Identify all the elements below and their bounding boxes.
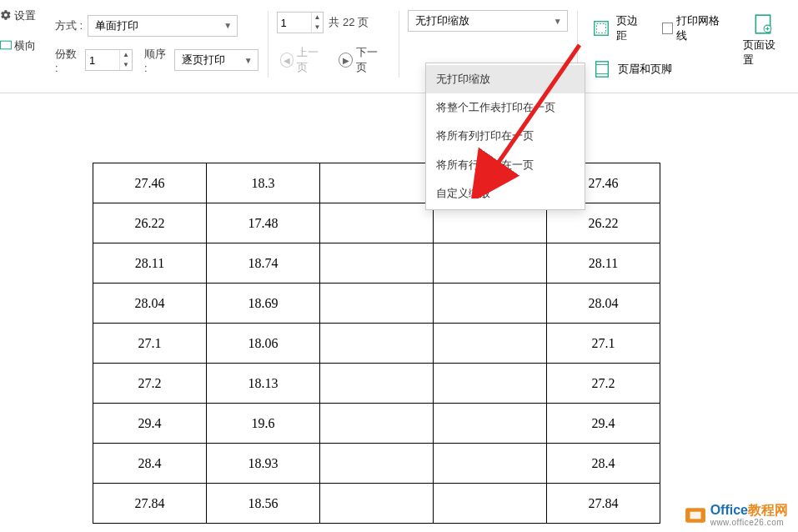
table-row: 28.418.9328.4 (93, 444, 660, 484)
page-setup-button[interactable]: 页面设置 (738, 10, 788, 71)
gridlines-label: 打印网格线 (676, 13, 725, 43)
prev-label: 上一页 (297, 45, 327, 75)
dropdown-item[interactable]: 将整个工作表打印在一页 (426, 93, 585, 122)
watermark-url: www.office26.com (710, 518, 788, 527)
order-label: 顺序 : (144, 47, 169, 74)
table-cell: 17.48 (207, 203, 320, 243)
table-cell: 27.1 (547, 324, 660, 364)
page-margin-label: 页边距 (616, 13, 646, 43)
dropdown-item[interactable]: 将所有行打印在一页 (426, 151, 585, 179)
order-select[interactable]: 逐页打印 ▼ (174, 49, 258, 71)
table-cell: 18.93 (207, 444, 320, 484)
dropdown-item[interactable]: 无打印缩放 (426, 65, 585, 93)
svg-rect-3 (595, 62, 608, 77)
table-cell (434, 243, 547, 284)
table-cell (320, 163, 434, 203)
page-margin-button[interactable]: 页边距 (586, 10, 650, 47)
page-spinner[interactable]: ▲▼ (277, 12, 324, 33)
data-table: 27.4618.327.46 26.2217.4826.22 28.1118.7… (93, 163, 660, 524)
header-footer-label: 页眉和页脚 (618, 62, 672, 77)
page-layout-group: 页边距 打印网格线 页眉和页脚 页面设置 (581, 7, 793, 82)
copies-input[interactable] (86, 54, 119, 67)
orientation-button[interactable]: 横向 (0, 38, 23, 53)
table-cell (320, 284, 434, 324)
arrow-right-icon: ▶ (339, 53, 353, 68)
svg-rect-0 (0, 41, 11, 49)
table-cell (434, 364, 547, 404)
table-cell (320, 243, 434, 284)
gear-icon (0, 9, 12, 23)
zoom-value: 无打印缩放 (415, 13, 469, 28)
arrow-left-icon: ◀ (280, 53, 294, 68)
next-label: 下一页 (356, 45, 386, 75)
table-cell: 27.84 (547, 484, 660, 524)
table-cell: 18.06 (207, 324, 320, 364)
copies-spinner[interactable]: ▲▼ (85, 49, 133, 71)
chevron-down-icon: ▼ (244, 56, 253, 65)
table-cell: 18.69 (207, 284, 320, 324)
dropdown-item[interactable]: 自定义缩放 (426, 179, 585, 208)
table-cell (434, 284, 547, 324)
settings-button[interactable]: 设置 (0, 8, 23, 23)
table-row: 28.1118.7428.11 (93, 243, 660, 284)
checkbox-icon (662, 23, 673, 34)
zoom-select[interactable]: 无打印缩放 ▼ (408, 10, 568, 32)
table-cell: 19.6 (207, 404, 320, 444)
spinner-down-icon[interactable]: ▼ (120, 60, 132, 70)
print-toolbar: 方式 : 单面打印 ▼ 份数 : ▲▼ 顺序 : 逐页打印 ▼ ▲▼ (0, 0, 798, 93)
table-cell: 27.84 (93, 484, 207, 524)
settings-label: 设置 (14, 8, 36, 23)
print-gridlines-checkbox[interactable]: 打印网格线 (662, 13, 725, 43)
table-cell: 18.13 (207, 364, 320, 404)
table-cell (434, 324, 547, 364)
chevron-down-icon: ▼ (554, 17, 562, 26)
zoom-dropdown: 无打印缩放 将整个工作表打印在一页 将所有列打印在一页 将所有行打印在一页 自定… (425, 63, 585, 210)
table-cell: 29.4 (93, 404, 207, 444)
table-cell: 18.3 (207, 163, 320, 203)
spreadsheet-preview: 27.4618.327.46 26.2217.4826.22 28.1118.7… (93, 163, 660, 524)
table-cell: 18.56 (207, 484, 320, 524)
side-label: 方式 : (55, 18, 83, 33)
spinner-up-icon[interactable]: ▲ (120, 50, 132, 60)
prev-page-button[interactable]: ◀ 上一页 (277, 43, 331, 77)
dropdown-item[interactable]: 将所有列打印在一页 (426, 122, 585, 150)
office-logo-icon (685, 504, 706, 526)
table-cell: 27.1 (93, 324, 207, 364)
table-cell: 28.04 (547, 284, 660, 324)
svg-rect-10 (690, 511, 700, 519)
table-cell (320, 404, 434, 444)
table-row: 27.218.1327.2 (93, 364, 660, 404)
table-cell (434, 484, 547, 524)
table-cell (434, 444, 547, 484)
total-pages: 共 22 页 (329, 15, 369, 30)
spinner-up-icon[interactable]: ▲ (312, 13, 324, 23)
table-cell (320, 324, 434, 364)
table-cell: 29.4 (547, 404, 660, 444)
table-cell (320, 203, 434, 243)
header-footer-button[interactable]: 页眉和页脚 (586, 55, 677, 83)
margin-hf-col: 页边距 打印网格线 页眉和页脚 (586, 10, 726, 83)
table-cell: 28.11 (547, 243, 660, 284)
page-margin-icon (591, 18, 611, 39)
next-page-button[interactable]: ▶ 下一页 (335, 43, 389, 77)
table-cell: 26.22 (93, 203, 207, 243)
side-value: 单面打印 (95, 18, 138, 33)
spinner-down-icon[interactable]: ▼ (312, 23, 324, 33)
side-select[interactable]: 单面打印 ▼ (88, 15, 238, 37)
table-cell: 27.46 (93, 163, 207, 203)
header-footer-icon (591, 58, 613, 80)
page-input[interactable] (278, 17, 311, 29)
order-value: 逐页打印 (182, 53, 225, 68)
table-cell: 27.2 (547, 364, 660, 404)
table-row: 28.0418.6928.04 (93, 284, 660, 324)
chevron-down-icon: ▼ (223, 21, 232, 30)
watermark: Office教程网 www.office26.com (685, 503, 788, 527)
table-row: 29.419.629.4 (93, 404, 660, 444)
table-row: 27.118.0627.1 (93, 324, 660, 364)
table-cell (320, 444, 434, 484)
table-cell: 28.11 (93, 243, 207, 284)
table-cell: 18.74 (207, 243, 320, 284)
table-cell (320, 484, 434, 524)
watermark-title: Office教程网 (710, 503, 788, 518)
table-cell (434, 404, 547, 444)
